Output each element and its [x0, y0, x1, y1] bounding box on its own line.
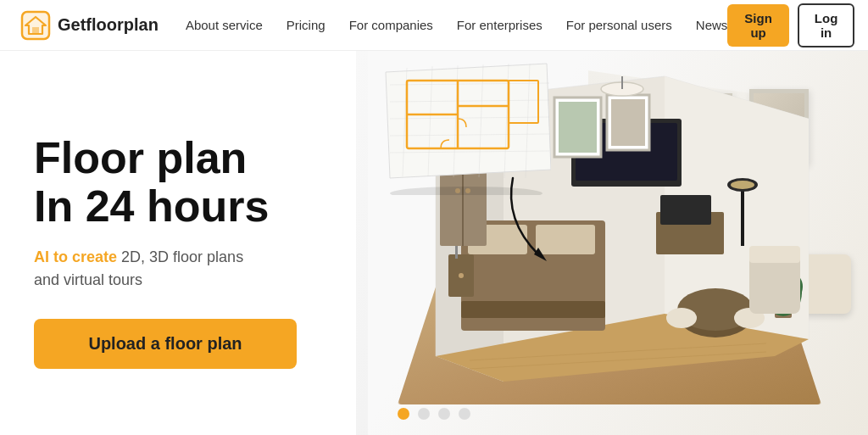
hero-image-area: [356, 51, 868, 435]
main-content: Floor plan In 24 hours AI to create 2D, …: [0, 51, 868, 435]
floorplan-paper: [381, 59, 551, 198]
svg-rect-42: [741, 187, 744, 246]
header: Getfloorplan About service Pricing For c…: [0, 0, 868, 51]
hero-title: Floor plan In 24 hours: [34, 134, 336, 231]
svg-point-15: [459, 273, 464, 278]
svg-point-45: [390, 187, 542, 195]
hero-subtitle: AI to create 2D, 3D floor plansand virtu…: [34, 246, 336, 292]
floorplan-svg: [381, 59, 551, 195]
logo[interactable]: Getfloorplan: [20, 10, 159, 41]
logo-text: Getfloorplan: [58, 15, 159, 35]
main-nav: About service Pricing For companies For …: [186, 18, 727, 32]
nav-companies[interactable]: For companies: [349, 18, 433, 32]
svg-rect-35: [749, 246, 800, 263]
nav-pricing[interactable]: Pricing: [287, 18, 326, 32]
svg-rect-39: [611, 99, 645, 146]
svg-rect-3: [32, 27, 39, 34]
carousel-dots: [398, 408, 470, 420]
svg-point-44: [731, 181, 754, 189]
svg-rect-13: [461, 301, 605, 318]
header-actions: Sign up Log in: [727, 3, 854, 47]
carousel-dot-2[interactable]: [418, 408, 430, 420]
carousel-dot-1[interactable]: [398, 408, 409, 420]
carousel-dot-4[interactable]: [459, 408, 470, 420]
nav-enterprises[interactable]: For enterprises: [457, 18, 542, 32]
svg-marker-63: [534, 248, 547, 261]
logo-icon: [20, 10, 51, 41]
signup-button[interactable]: Sign up: [727, 4, 789, 47]
hero-highlight: AI to create: [34, 248, 117, 265]
login-button[interactable]: Log in: [798, 3, 855, 47]
upload-button[interactable]: Upload a floor plan: [34, 319, 297, 369]
svg-rect-37: [559, 102, 597, 153]
nav-about[interactable]: About service: [186, 18, 263, 32]
nav-news[interactable]: News: [696, 18, 728, 32]
carousel-dot-3[interactable]: [438, 408, 450, 420]
svg-rect-25: [660, 195, 711, 225]
svg-point-32: [666, 308, 697, 328]
hero-content: Floor plan In 24 hours AI to create 2D, …: [0, 51, 356, 435]
nav-personal[interactable]: For personal users: [566, 18, 672, 32]
